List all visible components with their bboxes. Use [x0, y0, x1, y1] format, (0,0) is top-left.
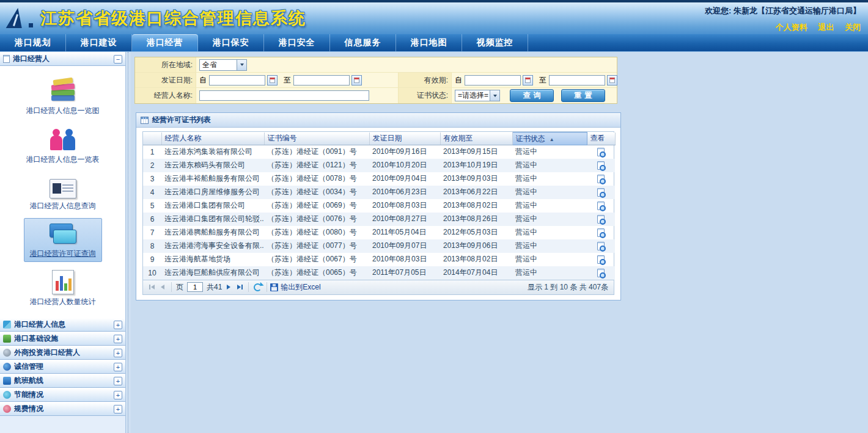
expand-button[interactable]: +: [114, 377, 122, 385]
next-page-button[interactable]: [223, 282, 234, 293]
calendar-icon[interactable]: [607, 75, 617, 86]
expand-button[interactable]: +: [114, 321, 122, 329]
table-row[interactable]: 10 连云港海巨船舶供应有限公司 （苏连）港经证（0065）号 2011年07月…: [143, 266, 615, 280]
reset-button[interactable]: 重置: [561, 89, 605, 102]
tab-port-construction[interactable]: 港口建设: [66, 34, 132, 51]
logout-link[interactable]: 退出: [818, 23, 834, 32]
table-row[interactable]: 9 连云港海航基地货场 （苏连）港经证（0067）号 2010年08月03日 2…: [143, 253, 615, 266]
column-operator-name[interactable]: 经营人名称: [161, 133, 264, 145]
cell-rownum: 1: [143, 145, 161, 159]
sidebar-panel-energy-saving[interactable]: 节能情况 +: [0, 388, 125, 402]
sidebar-panel-title: 港口经营人: [13, 54, 111, 64]
calendar-icon[interactable]: [267, 75, 278, 86]
tab-port-operation[interactable]: 港口经营: [132, 34, 198, 51]
sidebar-item-operator-quantity-stats[interactable]: 港口经营人数量统计: [24, 266, 102, 310]
cell-rownum: 6: [143, 213, 161, 226]
column-valid-to[interactable]: 有效期至: [440, 133, 512, 145]
calendar-icon[interactable]: [351, 75, 362, 86]
sidebar-panel-integrity[interactable]: 诚信管理 +: [0, 360, 125, 374]
sidebar-panel-foreign-investment[interactable]: 外商投资港口经营人 +: [0, 346, 125, 360]
table-row[interactable]: 7 连云港港腾船舶服务有限公司 （苏连）港经证（0080）号 2011年05月0…: [143, 226, 615, 239]
refresh-icon[interactable]: [254, 283, 262, 291]
table-row[interactable]: 6 连云港港口集团有限公司轮驳... （苏连）港经证（0076）号 2010年0…: [143, 213, 615, 226]
view-record-icon[interactable]: [597, 161, 605, 170]
issue-date-to-input[interactable]: [293, 75, 350, 86]
tab-info-service[interactable]: 信息服务: [330, 34, 396, 51]
expand-button[interactable]: +: [114, 405, 122, 413]
cell-valid-to: 2013年06月22日: [440, 186, 512, 199]
sidebar-panel-flights-routes[interactable]: 航班航线 +: [0, 374, 125, 388]
issue-date-from-input[interactable]: [209, 75, 265, 86]
operator-name-input[interactable]: [199, 90, 369, 101]
status-selected-value: =请选择=: [455, 90, 490, 101]
region-select[interactable]: 全省: [199, 59, 247, 71]
column-status-sorted[interactable]: 证书状态 ▲: [512, 133, 587, 145]
last-page-button[interactable]: [234, 282, 245, 293]
page-input[interactable]: [187, 282, 203, 292]
cell-status: 营运中: [512, 159, 587, 172]
tab-port-safety[interactable]: 港口安全: [264, 34, 330, 51]
cell-operator-name: 连云港港湾海事安全设备有限...: [161, 239, 264, 253]
prev-page-button[interactable]: [157, 282, 168, 293]
expand-button[interactable]: +: [114, 391, 122, 399]
view-record-icon[interactable]: [597, 269, 605, 277]
validity-to-input[interactable]: [549, 75, 605, 86]
dropdown-button[interactable]: [490, 90, 499, 101]
cell-status: 营运中: [512, 213, 587, 226]
sidebar-item-operator-overview-table[interactable]: 港口经营人信息一览表: [20, 123, 106, 168]
table-row[interactable]: 8 连云港港湾海事安全设备有限... （苏连）港经证（0077）号 2010年0…: [143, 239, 615, 253]
table-row[interactable]: 4 连云港港口房屋维修服务公司 （苏连）港经证（0034）号 2010年06月2…: [143, 186, 615, 199]
logo-dot: [29, 23, 33, 27]
sidebar-panel-infrastructure[interactable]: 港口基础设施 +: [0, 332, 125, 346]
chevron-down-icon: [240, 64, 244, 66]
view-record-icon[interactable]: [597, 202, 605, 210]
tab-port-map[interactable]: 港口地图: [396, 34, 462, 51]
expand-button[interactable]: +: [114, 363, 122, 371]
sidebar-panel-operator-info[interactable]: 港口经营人信息 +: [0, 318, 125, 332]
table-row[interactable]: 1 连云港东鸿集装箱有限公司 （苏连）港经证（0091）号 2010年09月16…: [143, 145, 615, 159]
cell-cert-no: （苏连）港经证（0077）号: [264, 239, 369, 253]
cell-issue-date: 2010年08月03日: [369, 253, 440, 266]
view-record-icon[interactable]: [597, 228, 605, 237]
infrastructure-icon: [3, 335, 11, 343]
profile-link[interactable]: 个人资料: [776, 23, 807, 32]
cell-cert-no: （苏连）港经证（0091）号: [264, 145, 369, 159]
view-record-icon[interactable]: [597, 215, 605, 224]
sidebar-item-operator-overview-chart[interactable]: 港口经营人信息一览图: [20, 74, 106, 119]
expand-button[interactable]: +: [114, 349, 122, 357]
view-record-icon[interactable]: [597, 175, 605, 183]
sidebar-item-license-query[interactable]: 港口经营许可证查询: [24, 218, 102, 262]
export-excel-button[interactable]: 输出到Excel: [270, 282, 320, 293]
status-label: 证书状态:: [398, 88, 452, 103]
cell-status: 营运中: [512, 266, 587, 280]
cell-rownum: 4: [143, 186, 161, 199]
column-cert-no[interactable]: 证书编号: [264, 133, 369, 145]
sidebar-panel-port-operators[interactable]: 港口经营人 −: [0, 52, 125, 66]
dropdown-button[interactable]: [237, 60, 246, 70]
tab-video-monitor[interactable]: 视频监控: [462, 34, 528, 51]
expand-button[interactable]: +: [114, 335, 122, 343]
view-record-icon[interactable]: [597, 255, 605, 264]
query-button[interactable]: 查询: [510, 89, 554, 102]
sidebar-item-operator-info-query[interactable]: 港口经营人信息查询: [24, 172, 102, 214]
table-row[interactable]: 3 连云港丰裕船舶服务有限公司 （苏连）港经证（0078）号 2010年09月0…: [143, 172, 615, 186]
table-row[interactable]: 2 连云港东粮码头有限公司 （苏连）港经证（0121）号 2010年10月20日…: [143, 159, 615, 172]
validity-from-input[interactable]: [465, 75, 521, 86]
pagination-bar: 页 共41 输出到Excel 显示 1 到 10 条 共 407条: [142, 280, 614, 295]
close-link[interactable]: 关闭: [845, 23, 861, 32]
sidebar-panel-title: 规费情况: [14, 404, 111, 414]
view-record-icon[interactable]: [597, 148, 605, 156]
sidebar-panel-fees[interactable]: 规费情况 +: [0, 402, 125, 416]
collapse-button[interactable]: −: [114, 55, 122, 64]
cell-operator-name: 连云港海航基地货场: [161, 253, 264, 266]
tab-port-security[interactable]: 港口保安: [198, 34, 264, 51]
table-row[interactable]: 5 连云港港口集团有限公司 （苏连）港经证（0069）号 2010年08月03日…: [143, 199, 615, 213]
first-page-button[interactable]: [146, 282, 157, 293]
column-issue-date[interactable]: 发证日期: [369, 133, 440, 145]
calendar-icon[interactable]: [523, 75, 533, 86]
sidebar-resize-gutter[interactable]: [126, 52, 131, 433]
view-record-icon[interactable]: [597, 242, 605, 250]
tab-port-planning[interactable]: 港口规划: [0, 34, 66, 51]
status-select[interactable]: =请选择=: [455, 90, 500, 101]
view-record-icon[interactable]: [597, 188, 605, 197]
